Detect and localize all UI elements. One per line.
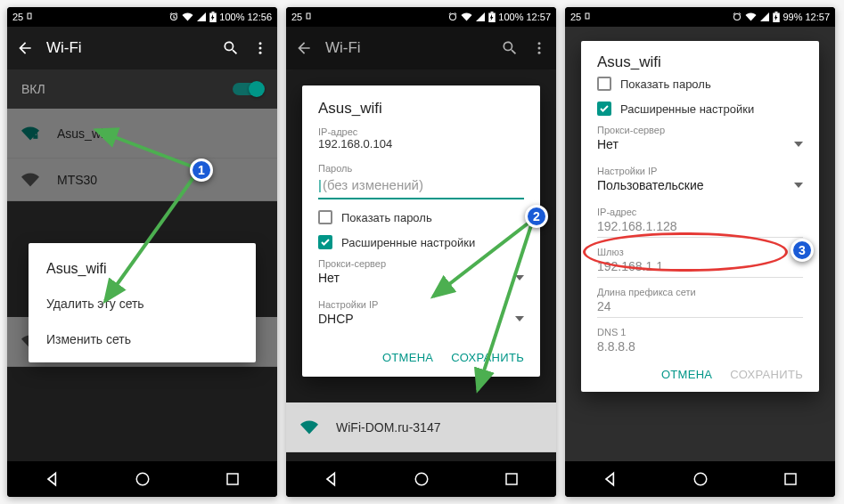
search-icon[interactable]	[222, 39, 240, 57]
dialog-title: Asus_wifi	[597, 53, 803, 71]
dropdown-icon	[515, 316, 524, 321]
nav-recent-icon[interactable]	[783, 471, 799, 487]
save-button[interactable]: СОХРАНИТЬ	[730, 368, 803, 381]
password-label: Пароль	[318, 163, 524, 174]
overflow-icon[interactable]	[252, 39, 268, 57]
clock: 12:56	[247, 12, 272, 22]
battery-charging-icon	[209, 12, 217, 22]
advanced-options-row[interactable]: Расширенные настройки	[318, 235, 524, 249]
password-input[interactable]: (без изменений)	[318, 174, 524, 199]
signal-icon	[759, 12, 770, 22]
show-password-label: Показать пароль	[620, 77, 711, 91]
wifi-icon	[745, 12, 757, 22]
annotation-marker-3: 3	[791, 239, 814, 262]
degree-icon	[306, 12, 311, 21]
degree-icon	[585, 12, 590, 21]
show-password-checkbox[interactable]	[597, 77, 611, 91]
signal-icon	[196, 12, 207, 22]
static-ip-input[interactable]: 192.168.1.128	[597, 217, 803, 238]
wifi-toggle-label: ВКЛ	[21, 82, 45, 96]
nav-recent-icon[interactable]	[504, 471, 520, 487]
svg-rect-18	[506, 474, 517, 484]
prefix-input[interactable]: 24	[597, 297, 803, 318]
show-password-checkbox[interactable]	[318, 210, 332, 224]
nav-home-icon[interactable]	[414, 471, 430, 487]
dialog-actions: ОТМЕНА СОХРАНИТЬ	[318, 344, 524, 371]
forget-network-item[interactable]: Удалить эту сеть	[29, 286, 256, 321]
status-bar: 25 99% 12:57	[565, 7, 835, 27]
dialog-actions: ОТМЕНА СОХРАНИТЬ	[597, 361, 803, 388]
dns1-label: DNS 1	[597, 327, 803, 337]
dropdown-icon	[794, 142, 803, 147]
temperature: 25	[12, 12, 23, 22]
search-icon[interactable]	[501, 39, 519, 57]
signal-icon	[475, 12, 486, 22]
network-context-menu: Asus_wifi Удалить эту сеть Изменить сеть	[29, 243, 256, 362]
overflow-icon[interactable]	[531, 39, 547, 57]
show-password-row[interactable]: Показать пароль	[318, 210, 524, 224]
dns1-input[interactable]: 8.8.8.8	[597, 337, 803, 355]
advanced-options-checkbox[interactable]	[597, 102, 611, 116]
phone-screenshot-2: 25 100% 12:57 Wi-Fi WiFi-DOM.ru-3147 Asu…	[286, 7, 556, 497]
svg-rect-2	[212, 12, 215, 13]
gateway-label: Шлюз	[597, 247, 803, 257]
nav-home-icon[interactable]	[135, 471, 151, 487]
gateway-input[interactable]: 192.168.1.1	[597, 257, 803, 278]
nav-back-icon[interactable]	[323, 470, 340, 488]
clock: 12:57	[526, 12, 551, 22]
svg-point-14	[538, 42, 541, 45]
cancel-button[interactable]: ОТМЕНА	[382, 351, 433, 364]
phone-screenshot-1: 25 100% 12:56 Wi-Fi ВКЛ Asus_wifi MTS30	[7, 7, 277, 497]
proxy-label: Прокси-сервер	[597, 125, 803, 135]
alarm-icon	[168, 12, 179, 22]
wifi-lock-icon	[300, 419, 318, 436]
navigation-bar	[565, 461, 835, 497]
show-password-row[interactable]: Показать пароль	[597, 77, 803, 91]
modify-network-item[interactable]: Изменить сеть	[29, 321, 256, 357]
nav-recent-icon[interactable]	[225, 471, 241, 487]
navigation-bar	[7, 461, 277, 497]
ip-settings-label: Настройки IP	[318, 299, 524, 310]
advanced-options-row[interactable]: Расширенные настройки	[597, 102, 803, 116]
wifi-network-item[interactable]: WiFi-DOM.ru-3147	[286, 402, 556, 452]
save-button[interactable]: СОХРАНИТЬ	[451, 351, 524, 364]
svg-point-15	[538, 47, 541, 50]
svg-point-7	[137, 473, 150, 485]
cancel-button[interactable]: ОТМЕНА	[661, 368, 712, 381]
nav-home-icon[interactable]	[692, 471, 709, 487]
proxy-select[interactable]: Нет	[597, 135, 803, 157]
svg-rect-8	[227, 474, 238, 484]
wifi-toggle-row: ВКЛ	[7, 69, 277, 109]
static-ip-label: IP-адрес	[597, 207, 803, 217]
show-password-label: Показать пароль	[341, 211, 432, 224]
prefix-label: Длина префикса сети	[597, 287, 803, 297]
nav-back-icon[interactable]	[44, 470, 61, 488]
ip-settings-select[interactable]: DHCP	[318, 310, 524, 331]
wifi-settings-content: ВКЛ Asus_wifi MTS30 RADIUS Asus_wifi Уда…	[7, 69, 277, 461]
wifi-icon	[461, 12, 472, 22]
app-bar: Wi-Fi	[286, 27, 556, 69]
alarm-icon	[732, 12, 742, 22]
svg-rect-0	[28, 13, 31, 19]
nav-back-icon[interactable]	[602, 470, 619, 488]
back-icon[interactable]	[295, 39, 313, 57]
back-icon[interactable]	[16, 39, 34, 57]
ip-address-label: IP-адрес	[318, 126, 524, 137]
dialog-title: Asus_wifi	[318, 100, 524, 118]
wifi-switch[interactable]	[233, 83, 263, 95]
annotation-marker-1: 1	[190, 159, 213, 182]
clock: 12:57	[805, 12, 830, 22]
wifi-icon	[182, 12, 193, 22]
svg-rect-11	[307, 13, 310, 19]
svg-point-3	[259, 42, 262, 45]
svg-point-4	[259, 47, 262, 50]
svg-point-16	[538, 52, 541, 54]
dropdown-icon	[515, 275, 524, 280]
ip-settings-select[interactable]: Пользовательские	[597, 176, 803, 198]
annotation-marker-2: 2	[525, 205, 548, 228]
context-menu-title: Asus_wifi	[29, 254, 256, 286]
advanced-options-checkbox[interactable]	[318, 235, 332, 249]
app-bar: Wi-Fi	[7, 27, 277, 69]
battery-pct: 100%	[498, 12, 523, 22]
proxy-select[interactable]: Нет	[318, 269, 524, 290]
